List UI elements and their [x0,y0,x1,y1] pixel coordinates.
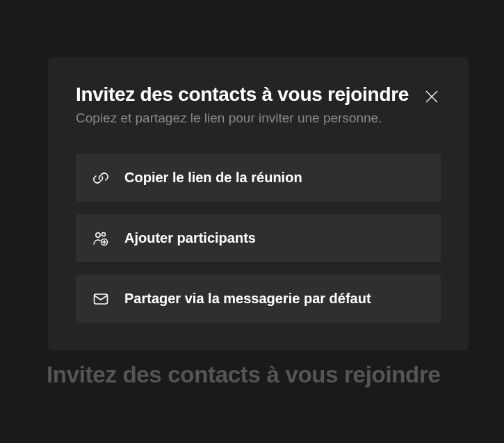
modal-header: Invitez des contacts à vous rejoindre [76,83,441,108]
modal-title: Invitez des contacts à vous rejoindre [76,83,409,106]
svg-rect-7 [95,294,108,304]
background-title: Invitez des contacts à vous rejoindre [47,362,441,388]
share-email-button[interactable]: Partager via la messagerie par défaut [76,275,441,323]
copy-link-button[interactable]: Copier le lien de la réunion [76,154,441,202]
people-add-icon [92,230,109,247]
link-icon [92,170,109,186]
svg-point-3 [102,232,106,236]
share-email-label: Partager via la messagerie par défaut [124,291,371,307]
invite-modal: Invitez des contacts à vous rejoindre Co… [48,57,469,351]
copy-link-label: Copier le lien de la réunion [124,170,302,186]
close-button[interactable] [423,88,441,108]
svg-point-2 [96,232,100,236]
action-list: Copier le lien de la réunion Ajouter par… [76,154,441,323]
add-participants-label: Ajouter participants [124,230,256,246]
mail-icon [92,291,109,307]
close-icon [425,90,438,105]
add-participants-button[interactable]: Ajouter participants [76,214,441,262]
modal-subtitle: Copiez et partagez le lien pour inviter … [76,111,441,126]
